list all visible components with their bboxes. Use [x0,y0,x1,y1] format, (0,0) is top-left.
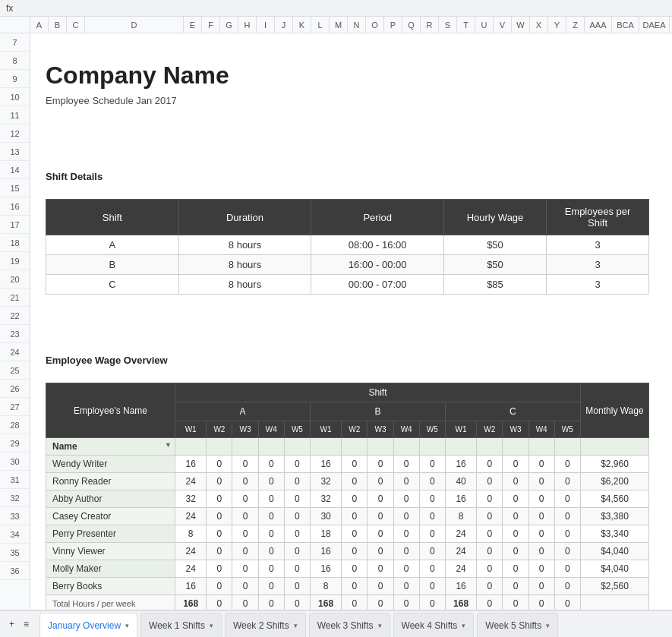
row-numbers: 7891011121314151617181920212223242526272… [0,33,30,610]
row-13: Shift Details [46,162,649,181]
val-cell-2-12: 0 [503,490,528,508]
col-header-i: I [257,17,275,33]
col-header-h: H [238,17,257,33]
val-cell-6-14: 0 [554,560,580,578]
employee-name-7: Berry Books [46,578,175,595]
col-header-m: M [330,17,348,33]
val-cell-4-2: 0 [232,525,258,543]
content-area: Company Name Employee Schedule Jan 2017 … [30,33,672,610]
a-w5: W5 [284,421,310,438]
total-cell-7: 0 [368,595,393,610]
monthly-wage-filter-cell [581,438,649,456]
col-header-o: O [366,17,384,33]
row-number-23: 23 [0,325,30,343]
val-cell-2-10: 16 [445,490,476,508]
val-cell-5-11: 0 [477,543,503,560]
subtitle: Employee Schedule Jan 2017 [46,95,177,106]
tab-label-3: Week 3 Shifts [317,620,374,631]
val-cell-6-2: 0 [232,560,258,578]
shift-cell-0-2: 08:00 - 16:00 [311,235,444,255]
hourly-wage-col-header: Hourly Wage [444,200,547,235]
shift-details-label: Shift Details [46,171,103,182]
row-number-30: 30 [0,453,30,471]
filter-cell-8 [393,438,419,456]
filter-cell-9 [419,438,445,456]
col-header-y: Y [548,17,566,33]
val-cell-2-9: 0 [419,490,445,508]
tab-dropdown-arrow-2[interactable]: ▾ [294,622,298,629]
val-cell-3-6: 0 [342,508,368,525]
total-cell-4: 0 [284,595,310,610]
row-19 [46,310,649,328]
a-w2: W2 [207,421,232,438]
row-number-36: 36 [0,562,30,580]
val-cell-1-10: 40 [445,473,476,490]
sheet-tab-0[interactable]: January Overview▾ [39,613,137,637]
col-header-l: L [311,17,330,33]
val-cell-3-7: 0 [368,508,393,525]
filter-cell-14 [554,438,580,456]
val-cell-6-6: 0 [342,560,368,578]
sheet-tab-4[interactable]: Week 4 Shifts▾ [393,613,475,637]
name-filter-cell: Name ▼ [46,438,175,456]
val-cell-4-5: 18 [310,525,341,543]
row-number-27: 27 [0,398,30,416]
sheet-tab-3[interactable]: Week 3 Shifts▾ [309,613,390,637]
sheet-tab-5[interactable]: Week 5 Shifts▾ [477,613,558,637]
val-cell-4-1: 0 [207,525,232,543]
val-cell-7-9: 0 [419,578,445,595]
val-cell-1-7: 0 [368,473,393,490]
menu-button[interactable]: ≡ [19,613,33,635]
sheet-tab-2[interactable]: Week 2 Shifts▾ [225,613,306,637]
col-header-x: X [530,17,548,33]
tab-dropdown-arrow-4[interactable]: ▾ [462,622,465,629]
row-10 [46,108,649,126]
tab-label-5: Week 5 Shifts [485,620,541,631]
val-cell-4-3: 0 [258,525,284,543]
tab-dropdown-arrow-5[interactable]: ▾ [546,622,550,629]
col-header-row: ABCDEFGHIJKLMNOPQRSTUVWXYZAAABCADAEAFAGA… [0,17,672,33]
col-header-aaa: AAA [585,17,612,33]
val-cell-1-6: 0 [342,473,368,490]
val-cell-3-2: 0 [232,508,258,525]
filter-cell-5 [310,438,341,456]
val-cell-5-8: 0 [393,543,419,560]
row-number-34: 34 [0,525,30,544]
shift-cell-2-2: 00:00 - 07:00 [311,275,444,295]
val-cell-4-14: 0 [554,525,580,543]
val-cell-0-0: 16 [175,456,207,473]
tab-dropdown-arrow-0[interactable]: ▾ [125,622,129,629]
employees-per-shift-col-header: Employees per Shift [546,200,648,235]
employee-row-4: Perry Presenter80000180000240000$3,340 [46,525,649,543]
val-cell-2-6: 0 [342,490,368,508]
add-sheet-button[interactable]: + [5,613,19,635]
tab-dropdown-arrow-1[interactable]: ▾ [210,622,213,629]
val-cell-0-1: 0 [207,456,232,473]
val-cell-5-3: 0 [258,543,284,560]
val-cell-6-11: 0 [477,560,503,578]
total-cell-8: 0 [393,595,419,610]
col-headers: ABCDEFGHIJKLMNOPQRSTUVWXYZAAABCADAEAFAGA… [30,17,672,33]
col-header-j: J [275,17,293,33]
shift-a-header: A [175,402,311,421]
row-number-28: 28 [0,416,30,434]
total-cell-12: 0 [503,595,528,610]
val-cell-5-7: 0 [368,543,393,560]
val-cell-0-12: 0 [503,456,528,473]
employee-name-5: Vinny Viewer [46,543,175,560]
wage-overview-label: Employee Wage Overview [46,355,168,366]
sheet-tab-1[interactable]: Week 1 Shifts▾ [140,613,222,637]
val-cell-1-13: 0 [528,473,554,490]
row-22 [46,364,649,383]
total-cell-1: 0 [207,595,232,610]
tab-dropdown-arrow-3[interactable]: ▾ [378,622,382,629]
val-cell-4-9: 0 [419,525,445,543]
company-name: Company Name [46,61,229,90]
employee-name-0: Wendy Writer [46,456,175,473]
spreadsheet-content[interactable]: Company Name Employee Schedule Jan 2017 … [30,33,672,610]
val-cell-0-5: 16 [310,456,341,473]
col-header-d: D [85,17,184,33]
shift-cell-0-0: A [46,235,179,255]
wage-table-container: Employee's Name Shift Monthly Wage A B C… [46,383,649,610]
col-header-z: Z [566,17,585,33]
